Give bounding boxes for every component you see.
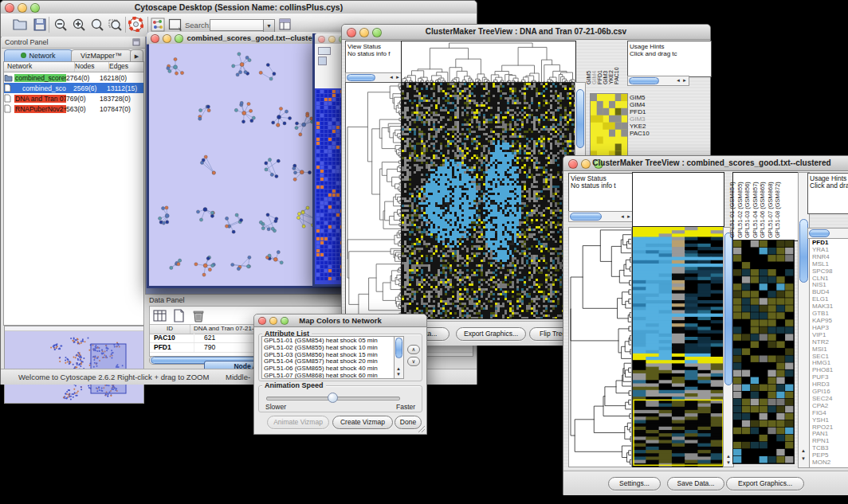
treeview2-column-dendrogram[interactable] xyxy=(632,172,724,227)
annotation-icon[interactable] xyxy=(168,18,183,32)
search-dropdown-button[interactable]: ▼ xyxy=(263,19,275,33)
new-attribute-icon[interactable] xyxy=(172,309,186,323)
zoom-fit-icon[interactable] xyxy=(90,18,104,32)
open-folder-icon[interactable] xyxy=(12,18,28,32)
zoom-row-label[interactable]: PAC10 xyxy=(630,131,650,137)
save-icon[interactable] xyxy=(33,18,47,32)
animation-speed-label: Animation Speed xyxy=(262,381,326,389)
treeview2-gene-list[interactable]: PFD1YRA1RNR4MSL1SPC98CLN1NIS1BUD4ELG1MAK… xyxy=(809,238,848,468)
export-graphics-button[interactable]: Export Graphics... xyxy=(726,477,804,490)
zoom-row-label[interactable]: GIM4 xyxy=(630,102,646,108)
dialog-titlebar[interactable]: Map Colors to Network xyxy=(254,315,426,327)
network-nodes: 2569(6) xyxy=(73,84,107,92)
treeview2-titlebar[interactable]: ClusterMaker TreeView : combined_scores_… xyxy=(563,156,848,171)
column-label[interactable]: YKE2 xyxy=(608,70,614,84)
col-header-network[interactable]: Network xyxy=(4,62,75,72)
zoom-row-label[interactable]: YKE2 xyxy=(630,123,646,130)
attribute-list-scrollbar[interactable]: ▲▼ xyxy=(394,336,404,379)
column-label[interactable]: PFD1 xyxy=(597,70,603,84)
network-row[interactable]: combined_scores2764(0)16218(0) xyxy=(4,72,143,83)
settings-button[interactable]: Settings... xyxy=(608,477,661,490)
scroll-thumb[interactable] xyxy=(809,229,830,237)
column-label[interactable]: GPL51-01 (GSM854) xyxy=(729,182,736,238)
minimize-button[interactable] xyxy=(328,36,336,43)
column-label[interactable]: GPL51-08 (GSM872) xyxy=(775,182,781,238)
treeview2-hints-scrollbar[interactable] xyxy=(807,228,848,239)
attribute-select-icon[interactable] xyxy=(153,309,167,323)
export-graphics-button[interactable]: Export Graphics... xyxy=(456,327,526,341)
move-up-button[interactable]: ∧ xyxy=(407,345,420,354)
birdseye-view[interactable] xyxy=(4,326,144,404)
desktop: Cytoscape Desktop (Session Name: collins… xyxy=(0,0,848,504)
treeview1-row-dendrogram[interactable] xyxy=(345,82,402,319)
treeview2-usage-hints-panel: Usage HintsClick and drag to xyxy=(807,173,848,214)
column-label[interactable]: GIM3 xyxy=(603,71,608,84)
close-button[interactable] xyxy=(318,36,325,43)
network-row[interactable]: combined_sco2569(6)13112(15) xyxy=(4,83,143,93)
network-edges: 16218(0) xyxy=(100,74,143,82)
slower-label: Slower xyxy=(265,403,286,411)
treeview1-hints-scrollbar[interactable]: ◄► xyxy=(627,76,689,86)
zoom-row-label[interactable]: GIM5 xyxy=(630,95,646,101)
scroll-thumb[interactable] xyxy=(629,77,659,84)
treeview2-zoom-heatmap[interactable] xyxy=(732,240,795,464)
scroll-thumb[interactable] xyxy=(570,213,602,221)
dialog-map-colors: Map Colors to Network Attribute List GPL… xyxy=(253,314,427,435)
column-label[interactable]: GIM4 xyxy=(591,71,597,84)
scroll-thumb[interactable] xyxy=(395,338,402,358)
control-panel-title: Control Panel xyxy=(5,38,49,46)
network-row[interactable]: DNA and Tran 07769(0)183728(0) xyxy=(4,93,143,104)
slider-thumb[interactable] xyxy=(328,393,338,403)
treeview1-title: ClusterMaker TreeView : DNA and Tran 07-… xyxy=(342,27,710,36)
column-label[interactable]: GIM5 xyxy=(586,71,591,84)
table-icon[interactable] xyxy=(278,18,292,32)
column-label[interactable]: GPL51-06 (GSM865) xyxy=(760,182,766,238)
network-overview-icon[interactable] xyxy=(151,18,165,32)
move-down-button[interactable]: ∨ xyxy=(407,357,420,366)
treeview1-column-dendrogram[interactable] xyxy=(401,41,576,84)
dialog-title: Map Colors to Network xyxy=(254,316,426,325)
column-label[interactable]: GPL51-02 (GSM855) xyxy=(737,182,744,238)
zoom-selected-icon[interactable] xyxy=(108,18,123,32)
zoom-in-icon[interactable] xyxy=(72,18,86,32)
network-name: combined_scores xyxy=(14,74,66,82)
scroll-thumb[interactable] xyxy=(347,74,375,81)
resize-grip[interactable] xyxy=(418,425,426,433)
network-nodes: 563(0) xyxy=(66,105,100,113)
create-vizmap-button[interactable]: Create Vizmap xyxy=(332,416,393,429)
gene-label[interactable]: MON2 xyxy=(812,459,848,467)
treeview1-view-status-panel: View StatusNo status info f xyxy=(345,41,404,76)
column-label[interactable]: GPL51-07 (GSM868) xyxy=(768,182,774,238)
column-label[interactable]: GPL51-03 (GSM856) xyxy=(744,182,751,238)
network-tab-icon xyxy=(21,53,26,58)
treeview2-status-scrollbar[interactable]: ◄► xyxy=(568,211,634,222)
column-label[interactable]: GPL51-04 (GSM857) xyxy=(752,182,759,238)
save-data-button[interactable]: Save Data... xyxy=(667,477,724,490)
help-lifering-icon[interactable] xyxy=(128,17,143,32)
status-welcome: Welcome to Cytoscape 2.6.2 xyxy=(18,373,115,381)
search-input[interactable] xyxy=(210,19,264,31)
zoom-out-icon[interactable] xyxy=(53,18,68,32)
scroll-thumb[interactable] xyxy=(724,232,732,385)
network-edges: 13112(15) xyxy=(107,84,143,92)
delete-attribute-icon[interactable] xyxy=(191,309,206,323)
zoom-row-label[interactable]: PFD1 xyxy=(630,109,646,115)
treeview2-zoom-vscrollbar[interactable]: ▲▼ xyxy=(798,172,810,468)
network-row[interactable]: RNAPuberNov2+563(0)107847(0) xyxy=(4,104,143,114)
column-label[interactable]: PAC10 xyxy=(614,67,619,84)
treeview1-heatmap[interactable] xyxy=(401,82,576,319)
scroll-thumb[interactable] xyxy=(576,89,584,148)
animate-vizmap-button[interactable]: Animate Vizmap xyxy=(267,416,329,429)
treeview2-row-dendrogram[interactable] xyxy=(568,227,632,467)
network-edges: 107847(0) xyxy=(100,105,143,113)
float-panel-icon[interactable] xyxy=(132,38,140,46)
treeview1-titlebar[interactable]: ClusterMaker TreeView : DNA and Tran 07-… xyxy=(342,25,710,40)
attribute-list[interactable]: GPL51-01 (GSM854) heat shock 05 minGPL51… xyxy=(261,336,395,379)
main-titlebar[interactable]: Cytoscape Desktop (Session Name: collins… xyxy=(1,1,477,14)
col-header-nodes[interactable]: Nodes xyxy=(75,62,109,72)
treeview2-heatmap[interactable] xyxy=(632,226,724,467)
data-col-id[interactable]: ID xyxy=(150,325,190,334)
attribute-item[interactable]: GPL51-07 (GSM868) heat shock 60 min xyxy=(264,373,395,379)
zoom-row-label[interactable]: GIM3 xyxy=(630,116,646,123)
col-header-edges[interactable]: Edges xyxy=(109,62,143,72)
